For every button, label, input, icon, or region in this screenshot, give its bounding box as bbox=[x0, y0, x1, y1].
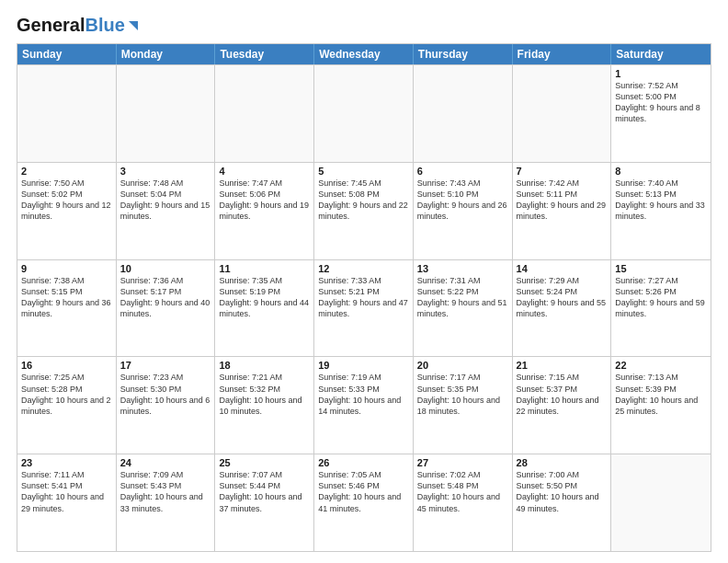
logo: GeneralBlue bbox=[17, 15, 138, 36]
calendar-day-20: 20Sunrise: 7:17 AM Sunset: 5:35 PM Dayli… bbox=[414, 357, 513, 454]
day-detail: Sunrise: 7:45 AM Sunset: 5:08 PM Dayligh… bbox=[318, 178, 409, 223]
calendar-day-15: 15Sunrise: 7:27 AM Sunset: 5:26 PM Dayli… bbox=[611, 260, 711, 357]
day-number: 26 bbox=[318, 457, 409, 468]
calendar: SundayMondayTuesdayWednesdayThursdayFrid… bbox=[17, 43, 711, 552]
day-number: 27 bbox=[417, 457, 508, 468]
calendar-day-7: 7Sunrise: 7:42 AM Sunset: 5:11 PM Daylig… bbox=[513, 163, 612, 259]
calendar-day-27: 27Sunrise: 7:02 AM Sunset: 5:48 PM Dayli… bbox=[414, 454, 513, 551]
day-detail: Sunrise: 7:36 AM Sunset: 5:17 PM Dayligh… bbox=[120, 275, 211, 320]
page: GeneralBlue SundayMondayTuesdayWednesday… bbox=[0, 0, 728, 563]
day-detail: Sunrise: 7:38 AM Sunset: 5:15 PM Dayligh… bbox=[21, 275, 112, 320]
day-detail: Sunrise: 7:31 AM Sunset: 5:22 PM Dayligh… bbox=[417, 275, 508, 320]
day-number: 8 bbox=[615, 166, 707, 177]
day-detail: Sunrise: 7:05 AM Sunset: 5:46 PM Dayligh… bbox=[318, 469, 409, 514]
calendar-day-1: 1Sunrise: 7:52 AM Sunset: 5:00 PM Daylig… bbox=[611, 65, 711, 162]
calendar-header-sunday: Sunday bbox=[17, 44, 117, 64]
day-number: 18 bbox=[219, 360, 310, 371]
day-number: 3 bbox=[120, 166, 211, 177]
day-detail: Sunrise: 7:43 AM Sunset: 5:10 PM Dayligh… bbox=[417, 178, 508, 223]
day-detail: Sunrise: 7:40 AM Sunset: 5:13 PM Dayligh… bbox=[615, 178, 707, 223]
calendar-header-tuesday: Tuesday bbox=[215, 44, 314, 64]
day-detail: Sunrise: 7:19 AM Sunset: 5:33 PM Dayligh… bbox=[318, 372, 409, 417]
calendar-day-empty-0-5 bbox=[513, 65, 612, 162]
day-number: 5 bbox=[318, 166, 409, 177]
calendar-row-4: 23Sunrise: 7:11 AM Sunset: 5:41 PM Dayli… bbox=[17, 454, 711, 551]
day-number: 16 bbox=[21, 360, 112, 371]
day-number: 25 bbox=[219, 457, 310, 468]
day-detail: Sunrise: 7:07 AM Sunset: 5:44 PM Dayligh… bbox=[219, 469, 310, 514]
calendar-row-2: 9Sunrise: 7:38 AM Sunset: 5:15 PM Daylig… bbox=[17, 259, 711, 357]
day-number: 10 bbox=[120, 263, 211, 274]
day-number: 14 bbox=[517, 263, 608, 274]
day-detail: Sunrise: 7:23 AM Sunset: 5:30 PM Dayligh… bbox=[120, 372, 211, 417]
calendar-header-saturday: Saturday bbox=[611, 44, 711, 64]
calendar-row-3: 16Sunrise: 7:25 AM Sunset: 5:28 PM Dayli… bbox=[17, 356, 711, 454]
calendar-day-empty-0-2 bbox=[215, 65, 314, 162]
day-detail: Sunrise: 7:02 AM Sunset: 5:48 PM Dayligh… bbox=[417, 469, 508, 514]
calendar-day-14: 14Sunrise: 7:29 AM Sunset: 5:24 PM Dayli… bbox=[513, 260, 612, 357]
day-detail: Sunrise: 7:09 AM Sunset: 5:43 PM Dayligh… bbox=[120, 469, 211, 514]
day-number: 17 bbox=[120, 360, 211, 371]
header: GeneralBlue bbox=[17, 15, 711, 36]
calendar-header-monday: Monday bbox=[117, 44, 216, 64]
day-number: 1 bbox=[615, 68, 707, 79]
logo-general: General bbox=[17, 15, 85, 35]
calendar-day-empty-0-4 bbox=[414, 65, 513, 162]
day-number: 20 bbox=[417, 360, 508, 371]
day-detail: Sunrise: 7:47 AM Sunset: 5:06 PM Dayligh… bbox=[219, 178, 310, 223]
calendar-day-empty-0-3 bbox=[314, 65, 414, 162]
logo-blue: Blue bbox=[85, 15, 124, 35]
day-detail: Sunrise: 7:33 AM Sunset: 5:21 PM Dayligh… bbox=[318, 275, 409, 320]
day-detail: Sunrise: 7:35 AM Sunset: 5:19 PM Dayligh… bbox=[219, 275, 310, 320]
calendar-day-19: 19Sunrise: 7:19 AM Sunset: 5:33 PM Dayli… bbox=[314, 357, 414, 454]
day-detail: Sunrise: 7:50 AM Sunset: 5:02 PM Dayligh… bbox=[21, 178, 112, 223]
calendar-day-16: 16Sunrise: 7:25 AM Sunset: 5:28 PM Dayli… bbox=[17, 357, 117, 454]
calendar-day-13: 13Sunrise: 7:31 AM Sunset: 5:22 PM Dayli… bbox=[414, 260, 513, 357]
day-detail: Sunrise: 7:29 AM Sunset: 5:24 PM Dayligh… bbox=[517, 275, 608, 320]
calendar-row-0: 1Sunrise: 7:52 AM Sunset: 5:00 PM Daylig… bbox=[17, 64, 711, 162]
day-detail: Sunrise: 7:21 AM Sunset: 5:32 PM Dayligh… bbox=[219, 372, 310, 417]
day-detail: Sunrise: 7:27 AM Sunset: 5:26 PM Dayligh… bbox=[615, 275, 707, 320]
day-number: 13 bbox=[417, 263, 508, 274]
calendar-day-17: 17Sunrise: 7:23 AM Sunset: 5:30 PM Dayli… bbox=[117, 357, 216, 454]
day-number: 28 bbox=[517, 457, 608, 468]
calendar-body: 1Sunrise: 7:52 AM Sunset: 5:00 PM Daylig… bbox=[17, 64, 711, 551]
day-detail: Sunrise: 7:11 AM Sunset: 5:41 PM Dayligh… bbox=[21, 469, 112, 514]
calendar-day-empty-4-6 bbox=[611, 454, 711, 551]
calendar-day-3: 3Sunrise: 7:48 AM Sunset: 5:04 PM Daylig… bbox=[117, 163, 216, 259]
day-detail: Sunrise: 7:48 AM Sunset: 5:04 PM Dayligh… bbox=[120, 178, 211, 223]
calendar-day-8: 8Sunrise: 7:40 AM Sunset: 5:13 PM Daylig… bbox=[611, 163, 711, 259]
day-detail: Sunrise: 7:15 AM Sunset: 5:37 PM Dayligh… bbox=[517, 372, 608, 417]
calendar-day-empty-0-0 bbox=[17, 65, 117, 162]
calendar-day-empty-0-1 bbox=[117, 65, 216, 162]
calendar-day-22: 22Sunrise: 7:13 AM Sunset: 5:39 PM Dayli… bbox=[611, 357, 711, 454]
calendar-day-26: 26Sunrise: 7:05 AM Sunset: 5:46 PM Dayli… bbox=[314, 454, 414, 551]
calendar-row-1: 2Sunrise: 7:50 AM Sunset: 5:02 PM Daylig… bbox=[17, 162, 711, 259]
calendar-day-28: 28Sunrise: 7:00 AM Sunset: 5:50 PM Dayli… bbox=[513, 454, 612, 551]
calendar-day-18: 18Sunrise: 7:21 AM Sunset: 5:32 PM Dayli… bbox=[215, 357, 314, 454]
day-number: 24 bbox=[120, 457, 211, 468]
day-number: 11 bbox=[219, 263, 310, 274]
calendar-day-10: 10Sunrise: 7:36 AM Sunset: 5:17 PM Dayli… bbox=[117, 260, 216, 357]
calendar-day-21: 21Sunrise: 7:15 AM Sunset: 5:37 PM Dayli… bbox=[513, 357, 612, 454]
calendar-day-6: 6Sunrise: 7:43 AM Sunset: 5:10 PM Daylig… bbox=[414, 163, 513, 259]
day-number: 22 bbox=[615, 360, 707, 371]
day-number: 4 bbox=[219, 166, 310, 177]
day-number: 23 bbox=[21, 457, 112, 468]
day-number: 7 bbox=[517, 166, 608, 177]
day-number: 2 bbox=[21, 166, 112, 177]
calendar-header-row: SundayMondayTuesdayWednesdayThursdayFrid… bbox=[17, 44, 711, 64]
logo-arrow-icon bbox=[129, 21, 138, 30]
day-detail: Sunrise: 7:00 AM Sunset: 5:50 PM Dayligh… bbox=[517, 469, 608, 514]
day-detail: Sunrise: 7:17 AM Sunset: 5:35 PM Dayligh… bbox=[417, 372, 508, 417]
day-number: 12 bbox=[318, 263, 409, 274]
calendar-day-25: 25Sunrise: 7:07 AM Sunset: 5:44 PM Dayli… bbox=[215, 454, 314, 551]
day-number: 19 bbox=[318, 360, 409, 371]
calendar-day-24: 24Sunrise: 7:09 AM Sunset: 5:43 PM Dayli… bbox=[117, 454, 216, 551]
day-number: 15 bbox=[615, 263, 707, 274]
calendar-day-11: 11Sunrise: 7:35 AM Sunset: 5:19 PM Dayli… bbox=[215, 260, 314, 357]
calendar-header-friday: Friday bbox=[513, 44, 612, 64]
calendar-day-2: 2Sunrise: 7:50 AM Sunset: 5:02 PM Daylig… bbox=[17, 163, 117, 259]
calendar-day-5: 5Sunrise: 7:45 AM Sunset: 5:08 PM Daylig… bbox=[314, 163, 414, 259]
calendar-day-9: 9Sunrise: 7:38 AM Sunset: 5:15 PM Daylig… bbox=[17, 260, 117, 357]
